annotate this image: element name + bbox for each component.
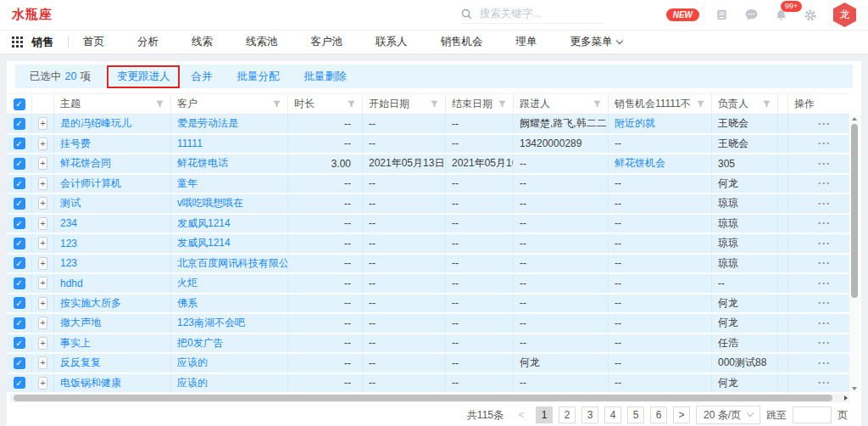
row-more-actions-button[interactable]: ··· — [818, 158, 831, 170]
expand-row-button[interactable]: + — [38, 217, 47, 230]
messages-icon[interactable] — [744, 8, 759, 21]
row-checkbox[interactable]: ✓ — [14, 357, 25, 369]
row-checkbox[interactable]: ✓ — [14, 158, 25, 170]
table-row[interactable]: ✓+是的冯绍峰玩儿爱是劳动法是------阙耀楚,路飞,韩二二附近的就王晓会··… — [7, 115, 849, 133]
row-more-actions-button[interactable]: ··· — [818, 337, 831, 349]
table-row[interactable]: ✓+123北京百度网讯科技有限公司----------琼琼··· — [7, 255, 849, 273]
row-more-actions-button[interactable]: ··· — [818, 377, 831, 389]
jump-to-page-input[interactable] — [793, 406, 832, 423]
nav-item[interactable]: 客户池 — [311, 35, 343, 49]
row-customer-link[interactable]: 爱是劳动法是 — [171, 115, 288, 133]
row-more-actions-button[interactable]: ··· — [818, 277, 831, 289]
row-customer-link[interactable]: 鲜花饼电话 — [171, 154, 288, 173]
expand-row-button[interactable]: + — [38, 297, 47, 310]
horizontal-scrollbar-thumb[interactable] — [14, 395, 832, 401]
table-row[interactable]: ✓+测试v哦吃哦想哦在----------琼琼··· — [7, 194, 849, 213]
prev-page-button[interactable]: < — [513, 406, 530, 423]
row-customer-link[interactable]: 发威风1214 — [171, 215, 288, 233]
user-avatar[interactable]: 龙 — [833, 3, 856, 27]
expand-row-button[interactable]: + — [38, 197, 47, 210]
row-topic-link[interactable]: 挂号费 — [54, 135, 171, 154]
scroll-down-arrow-icon[interactable] — [852, 387, 857, 390]
row-more-actions-button[interactable]: ··· — [818, 357, 831, 369]
row-checkbox[interactable]: ✓ — [14, 177, 25, 189]
notes-icon[interactable] — [715, 8, 728, 21]
row-checkbox[interactable]: ✓ — [14, 257, 25, 269]
row-topic-link[interactable]: 反反复复 — [54, 354, 171, 373]
table-row[interactable]: ✓+事实上把0发广告----------任浩··· — [7, 334, 849, 353]
row-more-actions-button[interactable]: ··· — [818, 177, 831, 189]
page-number-button[interactable]: 2 — [559, 406, 576, 423]
row-checkbox[interactable]: ✓ — [14, 317, 25, 329]
expand-row-button[interactable]: + — [38, 317, 47, 329]
filter-icon[interactable] — [696, 99, 705, 109]
row-opportunity-link[interactable]: 鲜花饼机会 — [609, 154, 712, 173]
select-all-checkbox[interactable]: ✓ — [14, 98, 25, 110]
apps-grid-icon[interactable] — [12, 36, 23, 48]
table-row[interactable]: ✓+123发威风1214----------琼琼··· — [7, 234, 849, 253]
row-topic-link[interactable]: 撒大声地 — [54, 314, 171, 333]
row-checkbox[interactable]: ✓ — [14, 238, 25, 249]
filter-icon[interactable] — [272, 99, 281, 109]
more-menu-button[interactable]: 更多菜单 — [570, 35, 622, 49]
row-topic-link[interactable]: hdhd — [54, 274, 171, 293]
table-row[interactable]: ✓+鲜花饼合同鲜花饼电话3.002021年05月13日2021年05月16日--… — [7, 154, 849, 173]
table-row[interactable]: ✓+hdhd火炬------------··· — [7, 274, 849, 293]
row-more-actions-button[interactable]: ··· — [818, 238, 831, 249]
row-customer-link[interactable]: 123南湖不会吧 — [171, 314, 288, 333]
row-topic-link[interactable]: 电饭锅和健康 — [54, 374, 171, 393]
expand-row-button[interactable]: + — [38, 157, 47, 170]
expand-row-button[interactable]: + — [38, 257, 47, 270]
row-more-actions-button[interactable]: ··· — [818, 118, 831, 130]
filter-icon[interactable] — [762, 99, 771, 109]
row-topic-link[interactable]: 测试 — [54, 194, 171, 213]
nav-item[interactable]: 销售机会 — [441, 35, 483, 49]
table-row[interactable]: ✓+反反复复应该的------何龙--000测试88··· — [7, 354, 849, 373]
row-customer-link[interactable]: 11111 — [171, 135, 288, 154]
row-topic-link[interactable]: 123 — [54, 234, 171, 253]
row-checkbox[interactable]: ✓ — [14, 217, 25, 229]
page-number-button[interactable]: 3 — [581, 406, 598, 423]
nav-item[interactable]: 联系人 — [376, 35, 408, 49]
row-more-actions-button[interactable]: ··· — [818, 198, 831, 210]
table-row[interactable]: ✓+挂号费11111------13420000289--王晓会··· — [7, 135, 849, 154]
page-number-button[interactable]: 5 — [627, 406, 644, 423]
row-topic-link[interactable]: 是的冯绍峰玩儿 — [54, 115, 171, 133]
filter-icon[interactable] — [347, 99, 356, 109]
row-customer-link[interactable]: 应该的 — [171, 374, 288, 393]
bulk-delete-button[interactable]: 批量删除 — [303, 70, 346, 84]
row-more-actions-button[interactable]: ··· — [818, 137, 831, 149]
page-number-button[interactable]: 4 — [604, 406, 621, 423]
row-checkbox[interactable]: ✓ — [14, 297, 25, 309]
row-customer-link[interactable]: 佛系 — [171, 294, 288, 313]
expand-row-button[interactable]: + — [38, 377, 47, 390]
row-customer-link[interactable]: 发威风1214 — [171, 234, 288, 253]
horizontal-scrollbar[interactable] — [10, 394, 849, 402]
nav-item[interactable]: 分析 — [137, 35, 159, 49]
expand-row-button[interactable]: + — [38, 277, 47, 289]
row-topic-link[interactable]: 鲜花饼合同 — [54, 154, 171, 173]
row-more-actions-button[interactable]: ··· — [818, 217, 831, 229]
vertical-scrollbar[interactable] — [849, 115, 860, 392]
row-checkbox[interactable]: ✓ — [14, 137, 25, 149]
row-checkbox[interactable]: ✓ — [14, 337, 25, 349]
expand-row-button[interactable]: + — [38, 137, 47, 150]
bulk-assign-button[interactable]: 批量分配 — [236, 70, 279, 84]
notifications-bell-icon[interactable]: 99+ — [775, 8, 787, 22]
row-more-actions-button[interactable]: ··· — [818, 297, 831, 309]
row-customer-link[interactable]: 把0发广告 — [171, 334, 288, 353]
nav-item[interactable]: 线索 — [192, 35, 213, 49]
change-follower-button[interactable]: 变更跟进人 — [117, 70, 170, 82]
filter-icon[interactable] — [593, 99, 602, 109]
settings-gear-icon[interactable] — [804, 8, 817, 22]
expand-row-button[interactable]: + — [38, 356, 47, 369]
row-topic-link[interactable]: 234 — [54, 215, 171, 233]
vertical-scrollbar-thumb[interactable] — [851, 124, 858, 298]
next-page-button[interactable]: > — [673, 406, 690, 423]
row-customer-link[interactable]: v哦吃哦想哦在 — [171, 194, 288, 213]
table-row[interactable]: ✓+234发威风1214----------琼琼··· — [7, 215, 849, 233]
merge-button[interactable]: 合并 — [191, 70, 212, 84]
row-topic-link[interactable]: 按实施大所多 — [54, 294, 171, 313]
scroll-up-arrow-icon[interactable] — [852, 117, 857, 121]
nav-item[interactable]: 首页 — [83, 35, 104, 49]
